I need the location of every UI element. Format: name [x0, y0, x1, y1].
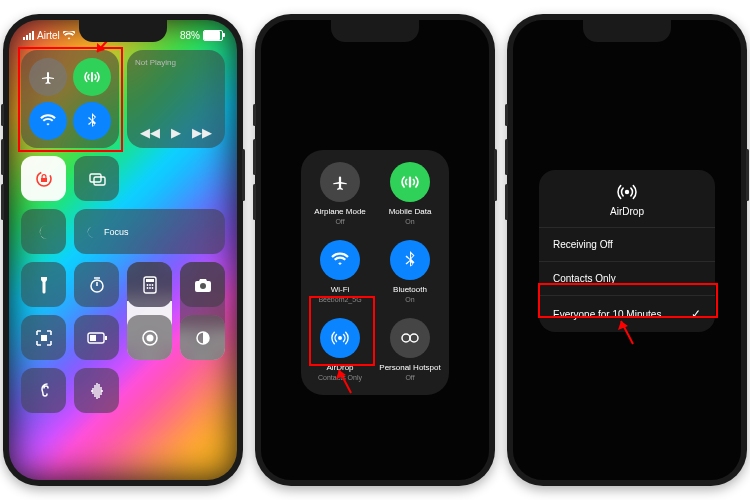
mobiledata-sub: On	[405, 218, 414, 225]
airdrop-menu: AirDrop Receiving Off Contacts Only Ever…	[539, 170, 715, 332]
svg-point-10	[146, 284, 148, 286]
svg-point-16	[200, 283, 206, 289]
bluetooth-sub: On	[405, 296, 414, 303]
battery-icon	[203, 30, 223, 41]
airplane-toggle[interactable]	[29, 58, 67, 96]
svg-point-26	[410, 334, 418, 342]
airdrop-option-contacts[interactable]: Contacts Only	[539, 262, 715, 296]
focus-label: Focus	[104, 227, 129, 237]
screen-mirroring-button[interactable]	[74, 156, 119, 201]
wifi-button[interactable]	[320, 240, 360, 280]
notch	[79, 20, 167, 42]
bluetooth-button[interactable]	[390, 240, 430, 280]
shazam-button[interactable]	[74, 368, 119, 413]
timer-button[interactable]	[74, 262, 119, 307]
phone-frame-1: Airtel 88% Not Playing ◀◀ ▶ ▶▶	[3, 14, 243, 486]
screen-record-button[interactable]	[127, 315, 172, 360]
svg-point-15	[151, 287, 153, 289]
phone-frame-2: Airplane ModeOff Mobile DataOn Wi-FiBeeb…	[255, 14, 495, 486]
notch	[583, 20, 671, 42]
connectivity-tile[interactable]	[21, 50, 119, 148]
airplane-label: Airplane Mode	[314, 207, 366, 216]
hotspot-sub: Off	[405, 374, 414, 381]
media-tile[interactable]: Not Playing ◀◀ ▶ ▶▶	[127, 50, 225, 148]
bluetooth-label: Bluetooth	[393, 285, 427, 294]
svg-point-12	[151, 284, 153, 286]
airdrop-sub: Contacts Only	[318, 374, 362, 381]
calculator-button[interactable]	[127, 262, 172, 307]
flashlight-button[interactable]	[21, 262, 66, 307]
play-icon[interactable]: ▶	[171, 125, 181, 140]
phone-frame-3: AirDrop Receiving Off Contacts Only Ever…	[507, 14, 747, 486]
battery-pct: 88%	[180, 30, 200, 41]
next-track-icon[interactable]: ▶▶	[192, 125, 212, 140]
svg-point-25	[402, 334, 410, 342]
wifi-sub: Beebom2_5G	[318, 296, 361, 303]
cellular-toggle[interactable]	[73, 58, 111, 96]
mobile-data-button[interactable]	[390, 162, 430, 202]
airdrop-icon	[617, 182, 637, 202]
mobiledata-label: Mobile Data	[389, 207, 432, 216]
svg-point-24	[338, 336, 342, 340]
not-playing-label: Not Playing	[135, 58, 217, 67]
focus-moon-button[interactable]	[21, 209, 66, 254]
hearing-button[interactable]	[21, 368, 66, 413]
airdrop-button[interactable]	[320, 318, 360, 358]
airplane-sub: Off	[335, 218, 344, 225]
airdrop-option-everyone[interactable]: Everyone for 10 Minutes✓	[539, 296, 715, 332]
svg-point-13	[146, 287, 148, 289]
hotspot-button[interactable]	[390, 318, 430, 358]
wifi-icon	[63, 31, 75, 40]
check-icon: ✓	[691, 307, 701, 321]
airplane-mode-button[interactable]	[320, 162, 360, 202]
dark-mode-button[interactable]	[180, 315, 225, 360]
airdrop-label: AirDrop	[326, 363, 353, 372]
focus-button[interactable]: Focus	[74, 209, 225, 254]
qr-scan-button[interactable]	[21, 315, 66, 360]
bluetooth-toggle[interactable]	[73, 102, 111, 140]
airdrop-title: AirDrop	[610, 206, 644, 217]
svg-rect-4	[94, 177, 105, 185]
svg-point-14	[149, 287, 151, 289]
low-power-button[interactable]	[74, 315, 119, 360]
notch	[331, 20, 419, 42]
svg-point-22	[146, 334, 153, 341]
svg-rect-9	[146, 279, 154, 282]
wifi-label: Wi-Fi	[331, 285, 350, 294]
svg-rect-3	[90, 174, 101, 182]
hotspot-label: Personal Hotspot	[379, 363, 440, 372]
svg-rect-19	[105, 336, 107, 340]
airdrop-option-off[interactable]: Receiving Off	[539, 228, 715, 262]
svg-rect-17	[41, 335, 47, 341]
svg-point-29	[625, 190, 629, 194]
camera-button[interactable]	[180, 262, 225, 307]
wifi-toggle[interactable]	[29, 102, 67, 140]
carrier-label: Airtel	[37, 30, 60, 41]
svg-point-11	[149, 284, 151, 286]
prev-track-icon[interactable]: ◀◀	[140, 125, 160, 140]
connectivity-expanded: Airplane ModeOff Mobile DataOn Wi-FiBeeb…	[301, 150, 449, 395]
orientation-lock-button[interactable]	[21, 156, 66, 201]
svg-rect-20	[90, 335, 96, 341]
